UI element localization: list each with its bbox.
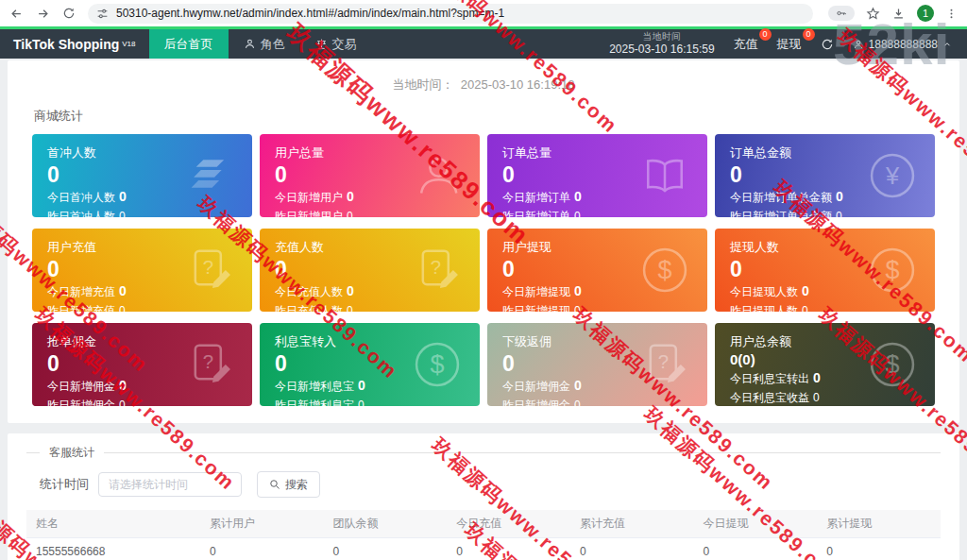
refresh-icon[interactable] xyxy=(821,38,834,51)
svg-text:¥: ¥ xyxy=(885,162,900,189)
filter-row: 统计时间 搜索 xyxy=(40,471,941,498)
browser-menu-icon[interactable] xyxy=(945,8,958,20)
card-line1-value: 0 xyxy=(347,189,354,204)
card-line2-value: 0 xyxy=(574,304,581,312)
withdraw-label: 提现 xyxy=(777,37,802,51)
table-header-row: 姓名 累计用户 团队余额 今日充值 累计充值 今日提现 累计提现 xyxy=(26,510,941,538)
card-line1-value: 0 xyxy=(574,378,582,393)
card-line2-label: 昨日新增充值 xyxy=(47,304,115,312)
col-header-total-recharge: 累计充值 xyxy=(570,510,694,538)
service-table: 姓名 累计用户 团队余额 今日充值 累计充值 今日提现 累计提现 1555556… xyxy=(26,510,941,560)
card-line1-value: 0 xyxy=(119,189,127,204)
stat-card-interest-in: 利息宝转入 0 今日新增利息宝0 昨日新增利息宝0 $ xyxy=(260,323,480,406)
service-stats-fieldset: 客服统计 统计时间 搜索 姓名 累计用户 团队余额 今日充值 xyxy=(26,445,941,560)
book-icon xyxy=(639,150,690,201)
cell-today-recharge: 0 xyxy=(447,538,570,560)
card-line2-label: 昨日新增提现 xyxy=(502,304,570,312)
stat-card-user-balance: 用户总余额 0(0) 今日利息宝转出0 今日利息宝收益0 $ xyxy=(715,323,935,406)
card-line1-value: 0 xyxy=(813,370,821,385)
card-line1-label: 今日新增利息宝 xyxy=(275,380,354,393)
stat-card-total-users: 用户总量 0 今日新增用户0 昨日新增用户0 xyxy=(260,134,480,217)
card-line1-label: 今日提现人数 xyxy=(730,285,798,298)
cell-total-recharge: 0 xyxy=(570,538,694,560)
col-header-team-balance: 团队余额 xyxy=(324,510,448,538)
search-button[interactable]: 搜索 xyxy=(257,471,320,498)
card-line2-label: 昨日新增利息宝 xyxy=(275,399,354,406)
withdraw-badge: 0 xyxy=(803,28,815,41)
card-line2-label: 昨日首冲人数 xyxy=(47,210,115,217)
main-content: 当地时间： 2025-03-10 16:19:18 商城统计 首冲人数 0 今日… xyxy=(0,60,967,560)
svg-text:?: ? xyxy=(431,257,441,278)
profile-avatar[interactable]: 1 xyxy=(917,5,934,22)
card-line1-label: 今日新增用户 xyxy=(275,191,343,204)
page-time-value: 2025-03-10 16:19:18 xyxy=(461,77,575,92)
card-line1-label: 今日新增佣金 xyxy=(502,380,570,393)
stat-card-recharge-users: 充值人数 0 今日充值人数0 昨日充值人数0 ? xyxy=(260,229,480,312)
card-line2-value: 0 xyxy=(836,210,842,217)
account-dropdown[interactable]: 18888888888 xyxy=(853,38,952,51)
cell-total-withdraw: 0 xyxy=(817,538,941,560)
card-line2-label: 昨日充值人数 xyxy=(275,304,343,312)
yen-icon: ¥ xyxy=(867,150,918,201)
page-time-label: 当地时间： xyxy=(393,77,454,92)
card-line1-label: 今日新增订单 xyxy=(502,191,570,204)
card-line2-label: 昨日提现人数 xyxy=(730,304,798,312)
address-bar[interactable]: 50310-agent.hwymw.net/admin/index.html#/… xyxy=(88,4,813,24)
nav-item-label: 角色 xyxy=(261,36,285,53)
brand-logo[interactable]: TikTok Shopping V18 xyxy=(0,29,149,59)
nav-item-label: 后台首页 xyxy=(164,36,213,53)
reload-icon[interactable] xyxy=(62,7,76,20)
card-line1-value: 0 xyxy=(802,283,809,298)
card-line1-label: 今日新增订单总金额 xyxy=(730,191,832,204)
nav-item-trade[interactable]: 交易 xyxy=(300,29,372,59)
card-line2-value: 0 xyxy=(358,399,365,406)
nav-item-label: 交易 xyxy=(332,36,357,53)
col-header-today-recharge: 今日充值 xyxy=(447,510,570,538)
browser-toolbar: 50310-agent.hwymw.net/admin/index.html#/… xyxy=(0,0,967,26)
table-row: 15555566668 0 0 0 0 0 0 xyxy=(26,538,941,560)
filter-label: 统计时间 xyxy=(40,476,89,493)
dollar-icon: $ xyxy=(867,339,918,390)
col-header-total-users: 累计用户 xyxy=(200,510,324,538)
card-line2-label: 昨日新增用户 xyxy=(275,210,343,217)
chevron-up-icon xyxy=(942,40,952,49)
col-header-total-withdraw: 累计提现 xyxy=(817,510,941,538)
forward-icon[interactable] xyxy=(36,7,50,21)
site-settings-icon[interactable] xyxy=(96,8,109,20)
card-line1-label: 今日新增提现 xyxy=(502,285,570,298)
card-line1-label: 今日利息宝转出 xyxy=(730,372,809,385)
doc-question-icon: ? xyxy=(639,339,690,390)
nav-item-roles[interactable]: 角色 xyxy=(229,29,300,59)
stat-card-order-amount: 订单总金额 0 今日新增订单总金额0 昨日新增订单总金额0 ¥ xyxy=(715,134,935,217)
col-header-name: 姓名 xyxy=(26,510,200,538)
card-line1-value: 0 xyxy=(119,283,127,298)
person-icon xyxy=(853,39,864,50)
layers-icon xyxy=(184,150,235,201)
withdraw-button[interactable]: 提现 0 xyxy=(777,36,802,53)
stat-card-downline-rebate: 下级返佣 0 今日新增佣金0 昨日新增佣金0 ? xyxy=(487,323,707,406)
nav-item-dashboard[interactable]: 后台首页 xyxy=(149,29,229,59)
local-time-label: 当地时间 xyxy=(609,31,714,43)
svg-text:$: $ xyxy=(430,350,444,379)
bookmark-star-icon[interactable] xyxy=(866,7,880,21)
back-icon[interactable] xyxy=(9,7,24,21)
scales-icon xyxy=(315,38,328,50)
svg-text:$: $ xyxy=(885,256,899,284)
brand-text: TikTok Shopping xyxy=(13,37,119,52)
card-line1-value: 0 xyxy=(347,283,354,298)
brand-version: V18 xyxy=(122,40,135,48)
password-key-icon[interactable] xyxy=(828,6,855,21)
cell-total-users: 0 xyxy=(200,538,324,560)
download-icon[interactable] xyxy=(891,7,906,21)
card-line2-value: 0 xyxy=(119,304,126,312)
recharge-button[interactable]: 充值 0 xyxy=(734,36,758,53)
doc-question-icon: ? xyxy=(412,245,463,296)
stat-card-user-withdraw: 用户提现 0 今日新增提现0 昨日新增提现0 $ xyxy=(487,229,707,312)
user-icon xyxy=(412,150,463,201)
stat-time-input[interactable] xyxy=(98,472,242,497)
card-line1-value: 0 xyxy=(836,189,843,204)
card-line2-label: 昨日新增佣金 xyxy=(47,399,115,406)
svg-text:?: ? xyxy=(658,351,669,372)
svg-text:?: ? xyxy=(203,257,213,278)
card-line1-value: 0 xyxy=(574,283,582,298)
